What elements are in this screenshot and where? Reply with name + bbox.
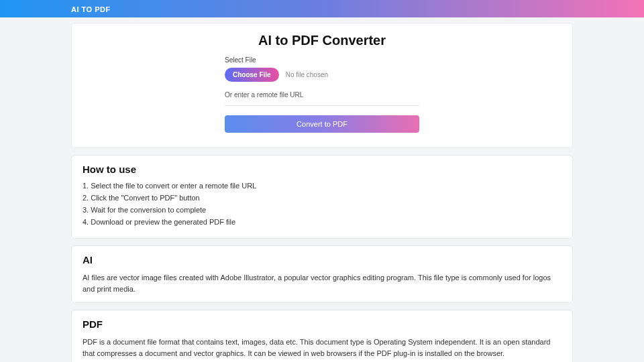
convert-button[interactable]: Convert to PDF bbox=[225, 115, 419, 133]
pdf-info-card: PDF PDF is a document file format that c… bbox=[71, 310, 573, 362]
ai-body: AI files are vector image files created … bbox=[83, 272, 561, 294]
form-area: Select File Choose File No file chosen O… bbox=[225, 56, 419, 133]
no-file-chosen-text: No file chosen bbox=[286, 71, 328, 78]
pdf-title: PDF bbox=[83, 318, 561, 330]
file-row: Choose File No file chosen bbox=[225, 68, 419, 82]
topbar: AI TO PDF bbox=[0, 0, 644, 17]
pdf-body: PDF is a document file format that conta… bbox=[83, 337, 561, 359]
logo: AI TO PDF bbox=[71, 5, 111, 13]
how-to-use-card: How to use 1. Select the file to convert… bbox=[71, 155, 573, 239]
divider bbox=[225, 105, 419, 106]
ai-title: AI bbox=[83, 254, 561, 265]
select-file-label: Select File bbox=[225, 56, 419, 64]
choose-file-button[interactable]: Choose File bbox=[225, 68, 279, 82]
step-item: 3. Wait for the conversion to complete bbox=[83, 206, 561, 214]
step-item: 4. Download or preview the generated PDF… bbox=[83, 218, 561, 226]
how-to-use-title: How to use bbox=[83, 164, 561, 175]
ai-info-card: AI AI files are vector image files creat… bbox=[71, 245, 573, 303]
page-title: AI to PDF Converter bbox=[83, 33, 561, 48]
converter-card: AI to PDF Converter Select File Choose F… bbox=[71, 23, 573, 148]
step-item: 2. Click the "Convert to PDF" button bbox=[83, 194, 561, 202]
steps-list: 1. Select the file to convert or enter a… bbox=[83, 182, 561, 226]
step-item: 1. Select the file to convert or enter a… bbox=[83, 182, 561, 190]
main-container: AI to PDF Converter Select File Choose F… bbox=[71, 17, 573, 362]
url-label: Or enter a remote file URL bbox=[225, 91, 419, 99]
